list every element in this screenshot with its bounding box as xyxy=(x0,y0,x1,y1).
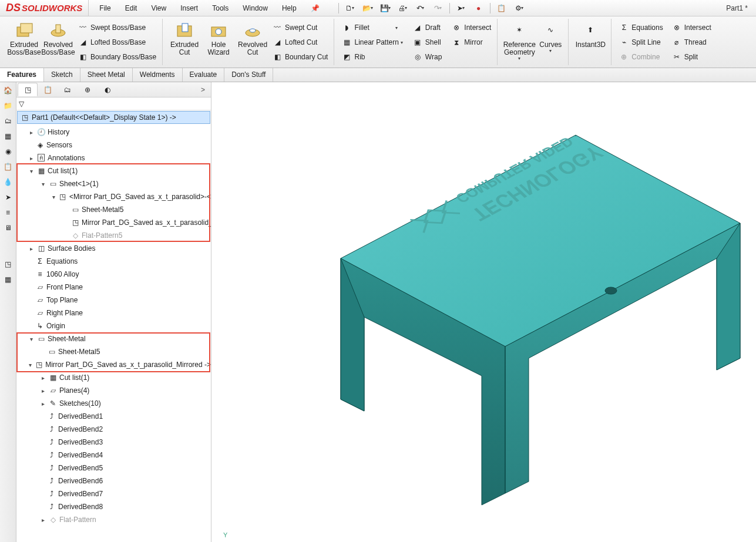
tree-db4[interactable]: ⤴DerivedBend4 xyxy=(16,449,211,462)
print-icon[interactable]: 🖨▾ xyxy=(395,2,411,15)
lofted-cut-button[interactable]: ◢Lofted Cut xyxy=(270,36,330,49)
tree-root[interactable]: ◳ Part1 (Default<<Default>_Display State… xyxy=(17,111,210,124)
settings-icon[interactable]: ⚙▾ xyxy=(512,2,527,15)
boundary-boss-button[interactable]: ◧Boundary Boss/Base xyxy=(75,51,159,63)
strip-custom-icon[interactable]: 📋 xyxy=(2,161,14,173)
tree-db1[interactable]: ⤴DerivedBend1 xyxy=(16,410,211,423)
strip-design-lib-icon[interactable]: 📁 xyxy=(2,100,14,112)
tree-mirrored[interactable]: ▾◳Mirror Part_DG_Saved as_x_t_parasolid_… xyxy=(16,358,211,371)
instant3d-button[interactable]: ⬆ Instant3D xyxy=(573,20,607,50)
menu-file[interactable]: File xyxy=(92,2,117,15)
tree-db8[interactable]: ⤴DerivedBend8 xyxy=(16,500,211,513)
draft-button[interactable]: ◢Draft xyxy=(410,21,444,34)
strip-part-icon[interactable]: ◳ xyxy=(2,258,14,270)
revolved-cut-button[interactable]: Revolved Cut xyxy=(236,20,270,58)
strip-doc-icon[interactable]: 🖥 xyxy=(2,222,14,234)
curves-button[interactable]: ∿ Curves▾ xyxy=(536,20,565,55)
open-icon[interactable]: 📂▾ xyxy=(360,2,375,15)
extruded-boss-button[interactable]: Extruded Boss/Base xyxy=(7,20,41,58)
tab-sheet-metal[interactable]: Sheet Metal xyxy=(80,68,133,82)
menu-insert[interactable]: Insert xyxy=(173,2,205,15)
lofted-boss-button[interactable]: ◢Lofted Boss/Base xyxy=(75,36,159,49)
new-icon[interactable]: 🗋▾ xyxy=(342,2,358,15)
tree-right-plane[interactable]: ▱Right Plane xyxy=(16,307,211,319)
strip-home-icon[interactable]: 🏠 xyxy=(2,85,14,96)
tree-tab-prop-icon[interactable]: 📋 xyxy=(38,83,58,96)
thread-button[interactable]: ⌀Thread xyxy=(669,36,714,49)
swept-boss-button[interactable]: 〰Swept Boss/Base xyxy=(75,21,159,34)
menu-help[interactable]: Help xyxy=(275,2,304,15)
tab-evaluate[interactable]: Evaluate xyxy=(183,68,225,82)
tree-flatpattern[interactable]: ▸◇Flat-Pattern xyxy=(16,513,211,526)
hole-wizard-button[interactable]: Hole Wizard xyxy=(201,20,236,58)
undo-icon[interactable]: ↶▾ xyxy=(413,2,428,15)
strip-sel-icon[interactable]: ➤ xyxy=(2,191,14,203)
tree-mirrorpart2[interactable]: ◳Mirror Part_DG_Saved as_x_t_parasolid_ xyxy=(16,216,211,229)
tree-db7[interactable]: ⤴DerivedBend7 xyxy=(16,487,211,500)
linear-pattern-button[interactable]: ▦Linear Pattern▾ xyxy=(339,36,405,49)
strip-assem-icon[interactable]: ▦ xyxy=(2,274,14,285)
options-icon[interactable]: 📋 xyxy=(494,2,509,15)
mirror-button[interactable]: ⧗Mirror xyxy=(449,36,493,49)
tree-sheetmetal5[interactable]: ▭Sheet-Metal5 xyxy=(16,203,211,216)
fillet-button[interactable]: ◗Fillet▾ xyxy=(339,21,405,34)
split-line-button[interactable]: ⌁Split Line xyxy=(616,36,665,49)
tree-tab-feature-icon[interactable]: ◳ xyxy=(18,83,38,96)
split-button[interactable]: ✂Split xyxy=(669,51,714,63)
tab-sketch[interactable]: Sketch xyxy=(44,68,80,82)
tree-surface-bodies[interactable]: ▸◫Surface Bodies xyxy=(16,242,211,255)
tab-weldments[interactable]: Weldments xyxy=(133,68,183,82)
tree-material[interactable]: ≡1060 Alloy xyxy=(16,268,211,281)
save-icon[interactable]: 💾▾ xyxy=(378,2,393,15)
strip-appear-icon[interactable]: ◉ xyxy=(2,146,14,157)
tree-cutlist[interactable]: ▾▦Cut list(1) xyxy=(16,164,211,177)
menu-window[interactable]: Window xyxy=(236,2,275,15)
tree-sheet1[interactable]: ▾▭Sheet<1>(1) xyxy=(16,177,211,190)
strip-task-icon[interactable]: ≡ xyxy=(2,207,14,218)
rib-button[interactable]: ◩Rib xyxy=(339,51,405,63)
tree-db6[interactable]: ⤴DerivedBend6 xyxy=(16,474,211,487)
tree-annotations[interactable]: ▸🄰Annotations xyxy=(16,152,211,164)
select-icon[interactable]: ➤▾ xyxy=(453,2,469,15)
tree-sheetmetal5b[interactable]: ▭Sheet-Metal5 xyxy=(16,345,211,358)
tree-sketches10[interactable]: ▸✎Sketches(10) xyxy=(16,397,211,410)
revolved-boss-button[interactable]: Revolved Boss/Base xyxy=(41,20,75,58)
intersect2-button[interactable]: ⊗Intersect xyxy=(669,21,714,34)
graphics-viewport[interactable]: TECHNOLOGY COMPUTER AIDED Y xyxy=(211,82,756,542)
ref-geometry-button[interactable]: ✶ Reference Geometry▾ xyxy=(502,20,536,63)
tab-features[interactable]: Features xyxy=(0,68,44,82)
tree-tab-config-icon[interactable]: 🗂 xyxy=(58,83,78,96)
strip-file-expl-icon[interactable]: 🗂 xyxy=(2,115,14,127)
tree-tab-dimx-icon[interactable]: ⊕ xyxy=(78,83,98,96)
redo-icon[interactable]: ↷▾ xyxy=(431,2,446,15)
tree-flatpat5[interactable]: ◇Flat-Pattern5 xyxy=(16,229,211,242)
menu-view[interactable]: View xyxy=(144,2,173,15)
tree-front-plane[interactable]: ▱Front Plane xyxy=(16,281,211,294)
menu-tools[interactable]: Tools xyxy=(205,2,236,15)
tree-mirror-long[interactable]: ▾◳<Mirror Part_DG_Saved as_x_t_parasolid… xyxy=(16,190,211,203)
strip-forum-icon[interactable]: 💧 xyxy=(2,176,14,188)
tree-sheetmetal-folder[interactable]: ▾▭Sheet-Metal xyxy=(16,332,211,345)
swept-cut-button[interactable]: 〰Swept Cut xyxy=(270,21,330,34)
intersect-button[interactable]: ⊗Intersect xyxy=(449,21,493,34)
rebuild-icon[interactable]: ● xyxy=(471,2,486,15)
tree-sensors[interactable]: ◈Sensors xyxy=(16,139,211,152)
shell-button[interactable]: ▣Shell xyxy=(410,36,444,49)
strip-view-pal-icon[interactable]: ▦ xyxy=(2,130,14,142)
tree-equations[interactable]: ΣEquations xyxy=(16,255,211,268)
tree-db5[interactable]: ⤴DerivedBend5 xyxy=(16,462,211,474)
extruded-cut-button[interactable]: Extruded Cut xyxy=(167,20,201,58)
tree-filter-bar[interactable]: ▽ xyxy=(16,97,211,110)
tree-cutlist2[interactable]: ▸▦Cut list(1) xyxy=(16,371,211,384)
tree-tab-display-icon[interactable]: ◐ xyxy=(98,83,117,96)
wrap-button[interactable]: ◎Wrap xyxy=(410,51,444,63)
tree-top-plane[interactable]: ▱Top Plane xyxy=(16,294,211,307)
tree-history[interactable]: ▸🕘History xyxy=(16,126,211,139)
menu-edit[interactable]: Edit xyxy=(118,2,145,15)
tab-dons-stuff[interactable]: Don's Stuff xyxy=(224,68,273,82)
tree-expand-icon[interactable]: > xyxy=(196,86,210,94)
tree-db2[interactable]: ⤴DerivedBend2 xyxy=(16,423,211,436)
tree-origin[interactable]: ↳Origin xyxy=(16,319,211,332)
tree-db3[interactable]: ⤴DerivedBend3 xyxy=(16,436,211,449)
boundary-cut-button[interactable]: ◧Boundary Cut xyxy=(270,51,330,63)
